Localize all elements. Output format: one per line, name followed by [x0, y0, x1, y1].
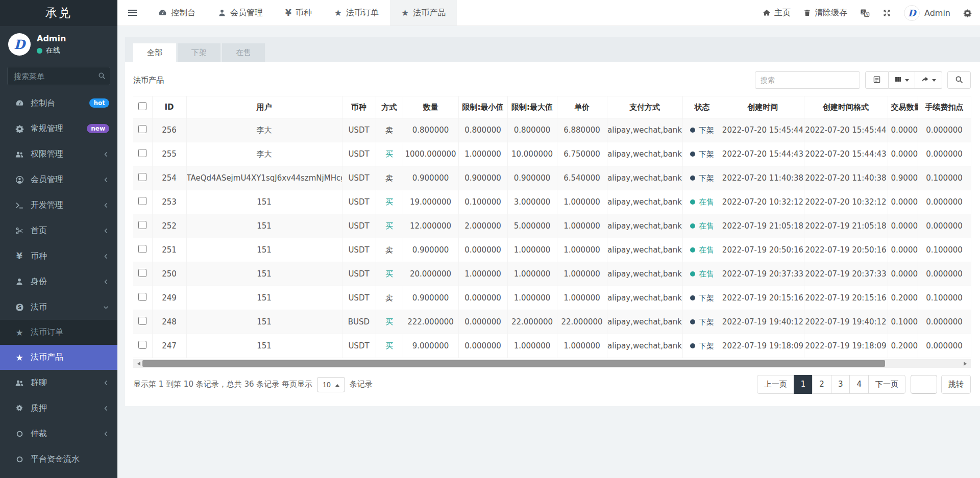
sidebar-item-group-chat[interactable]: 群聊 [0, 370, 117, 395]
user-icon [13, 278, 26, 286]
table-search-input[interactable] [755, 71, 860, 89]
page-4[interactable]: 4 [849, 375, 869, 394]
topbar-tab-console[interactable]: 控制台 [147, 0, 207, 26]
row-checkbox[interactable] [138, 293, 146, 301]
cell-status: 在售 [682, 214, 722, 238]
row-checkbox[interactable] [138, 149, 146, 157]
select-all-checkbox[interactable] [138, 102, 146, 110]
sidebar-item-home[interactable]: 首页 [0, 218, 117, 243]
cell-limit_max: 22.000000 [507, 310, 557, 334]
sidebar-item-platform-funds[interactable]: 平台资金流水 [0, 446, 117, 472]
scroll-left-arrow[interactable] [133, 359, 142, 368]
filter-tab-on-sale[interactable]: 在售 [222, 43, 265, 62]
topbar-tab-member[interactable]: 会员管理 [207, 0, 274, 26]
sidebar-item-member[interactable]: 会员管理 [0, 167, 117, 192]
sidebar-item-arbitration[interactable]: 仲裁 [0, 421, 117, 446]
column-header-pay[interactable]: 支付方式 [607, 96, 682, 118]
sidebar-item-label: 法币 [31, 302, 103, 313]
side-label: 买 [385, 149, 393, 159]
scroll-right-arrow[interactable] [962, 359, 971, 368]
topbar-tab-fiat-product[interactable]: ★法币产品 [390, 0, 457, 26]
sidebar-item-console[interactable]: 控制台hot [0, 90, 117, 116]
column-header-created[interactable]: 创建时间 [722, 96, 804, 118]
topbar-tab-fiat-order[interactable]: ★法币订单 [323, 0, 390, 26]
menu-search-input[interactable] [7, 67, 110, 85]
row-checkbox[interactable] [138, 125, 146, 133]
cell-limit_min: 0.000000 [458, 334, 507, 358]
skype-icon: S [13, 303, 26, 312]
page-1[interactable]: 1 [794, 375, 813, 394]
gauge-icon [13, 99, 26, 108]
export-button[interactable] [915, 71, 942, 89]
status-badge: 下架 [690, 125, 714, 135]
column-header-status[interactable]: 状态 [682, 96, 722, 118]
user-menu[interactable]: D Admin [904, 5, 950, 21]
sidebar-item-fiat-order[interactable]: ★法币订单 [0, 320, 117, 345]
cell-tx_amount: 0.000000 [888, 142, 918, 166]
page-2[interactable]: 2 [812, 375, 831, 394]
cell-id: 253 [152, 190, 186, 214]
sidebar-item-currency[interactable]: ¥币种 [0, 243, 117, 269]
clear-cache-link[interactable]: 清除缓存 [803, 8, 847, 18]
row-checkbox[interactable] [138, 245, 146, 253]
filter-tab-off-shelf[interactable]: 下架 [178, 43, 220, 62]
column-header-created_fmt[interactable]: 创建时间格式 [804, 96, 888, 118]
column-header-fee[interactable]: 手续费扣点 [918, 96, 971, 118]
row-checkbox[interactable] [138, 317, 146, 325]
columns-button[interactable] [889, 71, 915, 89]
column-header-limit_min[interactable]: 限制:最小值 [458, 96, 507, 118]
scrollbar-track[interactable] [142, 359, 962, 368]
page-size-select[interactable]: 10 [317, 377, 345, 392]
column-header-price[interactable]: 单价 [557, 96, 607, 118]
sidebar-item-dev[interactable]: 开发管理 [0, 192, 117, 218]
row-checkbox[interactable] [138, 197, 146, 205]
row-checkbox[interactable] [138, 221, 146, 229]
horizontal-scrollbar[interactable] [133, 359, 971, 368]
row-checkbox[interactable] [138, 269, 146, 277]
jump-page-input[interactable] [911, 375, 937, 394]
column-header-amount[interactable]: 数量 [403, 96, 458, 118]
cell-limit_max: 1.000000 [507, 262, 557, 286]
cell-coin: USDT [342, 190, 376, 214]
translate-icon[interactable]: 文A [860, 8, 870, 18]
filter-tab-all[interactable]: 全部 [133, 43, 176, 62]
sidebar-item-pledge[interactable]: 质押 [0, 395, 117, 421]
avatar: D [8, 33, 31, 56]
fullscreen-icon[interactable] [883, 9, 891, 17]
page-3[interactable]: 3 [831, 375, 850, 394]
scrollbar-thumb[interactable] [142, 360, 885, 367]
sidebar-item-identity[interactable]: 身份 [0, 269, 117, 294]
menu-toggle-icon[interactable] [117, 0, 147, 26]
cell-created_fmt: 2022-07-19 19:18:09 [804, 334, 888, 358]
search-button[interactable] [947, 71, 971, 89]
page-prev[interactable]: 上一页 [757, 375, 794, 394]
column-header-user[interactable]: 用户 [186, 96, 342, 118]
settings-gear-icon[interactable] [963, 9, 972, 17]
row-checkbox[interactable] [138, 341, 146, 349]
sidebar-item-auth[interactable]: 权限管理 [0, 141, 117, 167]
cell-status: 在售 [682, 238, 722, 262]
column-header-limit_max[interactable]: 限制:最大值 [507, 96, 557, 118]
user-name: Admin [37, 34, 66, 43]
jump-button[interactable]: 跳转 [941, 375, 971, 394]
sidebar-item-general[interactable]: 常规管理new [0, 116, 117, 141]
sidebar-item-label: 质押 [31, 403, 103, 414]
column-header-side[interactable]: 方式 [376, 96, 403, 118]
sidebar-item-fiat-product[interactable]: ★法币产品 [0, 345, 117, 370]
status-dot-icon [690, 319, 695, 324]
home-icon [763, 9, 771, 17]
cell-id: 251 [152, 238, 186, 262]
chevron-left-icon [103, 279, 109, 285]
row-checkbox[interactable] [138, 173, 146, 181]
topbar-tab-currency[interactable]: ¥币种 [274, 0, 323, 26]
sidebar-item-fiat[interactable]: S法币 [0, 294, 117, 320]
filter-tab-label: 下架 [191, 48, 207, 57]
sidebar-item-label: 常规管理 [31, 123, 87, 134]
page-next[interactable]: 下一页 [868, 375, 905, 394]
status-dot-icon [690, 343, 695, 348]
detail-view-button[interactable] [865, 71, 889, 89]
home-link[interactable]: 主页 [763, 8, 791, 18]
column-header-id[interactable]: ID [152, 96, 186, 118]
column-header-coin[interactable]: 币种 [342, 96, 376, 118]
column-header-tx_amount[interactable]: 交易数量 [888, 96, 918, 118]
